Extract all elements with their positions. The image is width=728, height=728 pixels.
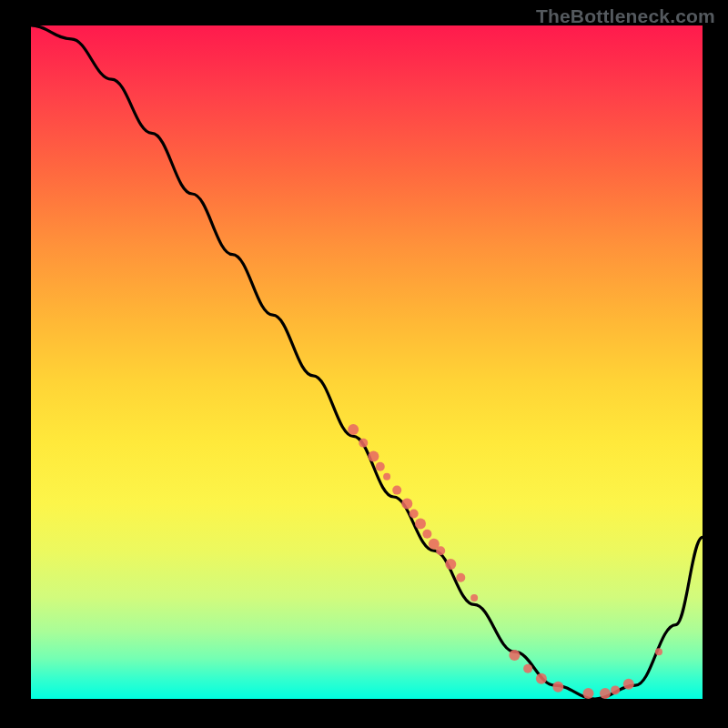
- watermark-text: TheBottleneck.com: [536, 5, 715, 27]
- chart-area: [31, 25, 703, 699]
